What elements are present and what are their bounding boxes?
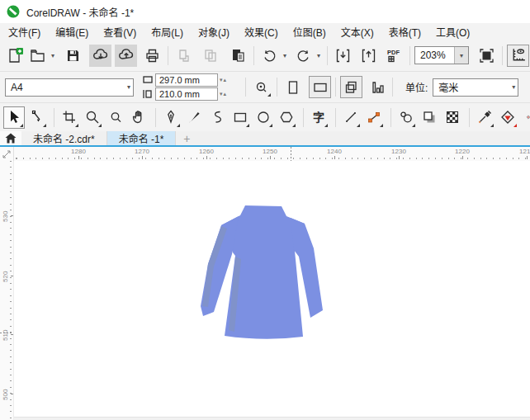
menu-object[interactable]: 对象(J) [198,25,230,39]
cloud-download-button[interactable] [89,45,111,67]
rectangle-tool[interactable] [230,106,251,129]
all-pages-button[interactable] [366,76,388,98]
publish-pdf-button[interactable]: PDF [383,45,405,67]
units-combo[interactable]: 毫米 ▾ [433,78,518,97]
shape-tool[interactable] [26,106,48,129]
text-tool[interactable]: 字 [308,106,329,129]
page-width-field[interactable]: 297.0 mm [155,73,218,87]
scale-settings-button[interactable] [250,76,272,98]
artistic-media-tool[interactable] [183,106,205,129]
pattern-transparency-tool[interactable] [442,106,463,129]
page-height-spinner[interactable]: ▾▴ [220,91,233,97]
page-height-field[interactable]: 210.0 mm [155,87,218,101]
page-size-preset-combo[interactable]: A4 ▾ [5,78,134,97]
ruler-origin-button[interactable] [0,147,14,161]
toolbar-separator [253,46,254,65]
open-button[interactable] [26,45,49,67]
home-icon [5,133,17,144]
toolbar-separator [327,46,328,65]
landscape-button[interactable] [309,76,331,98]
pen-tool[interactable] [160,106,182,129]
v-ruler-label: 520 [0,266,11,287]
property-bar: A4 ▾ 297.0 mm ▾▴ 210.0 mm ▾▴ [0,72,530,103]
horizontal-ruler[interactable]: 1280 1270 1260 1250 1240 1230 1220 1210 [14,147,530,161]
toolbox: 字 [0,103,530,131]
connector-tool[interactable] [363,106,385,129]
units-label: 单位: [405,80,428,94]
page-size-preset-value[interactable]: A4 [6,79,125,96]
menu-bitmaps[interactable]: 位图(B) [293,25,326,39]
menu-edit[interactable]: 编辑(E) [55,25,88,39]
import-button[interactable] [332,45,354,67]
new-document-button[interactable] [4,45,26,67]
b-spline-tool[interactable] [206,106,228,129]
crop-tool[interactable] [59,106,80,129]
horizontal-scrollbar[interactable] [14,417,530,420]
h-ruler-label: 1210 [516,148,530,155]
new-tab-button[interactable]: + [176,131,197,145]
export-button[interactable] [357,45,380,67]
show-rulers-toggle[interactable] [507,45,529,67]
eyedropper-tool[interactable] [474,106,495,129]
h-ruler-label: 1230 [388,148,409,155]
redo-button[interactable] [292,45,315,67]
menu-view[interactable]: 查看(V) [103,25,136,39]
current-page-button[interactable] [340,76,362,98]
undo-button[interactable] [258,45,281,67]
page-dimensions-block: 297.0 mm ▾▴ 210.0 mm ▾▴ [142,73,233,101]
zoom-level-combo[interactable]: 203% ▾ [414,46,469,64]
toolbox-separator [303,108,304,127]
menu-tools[interactable]: 工具(O) [436,25,470,39]
cut-button [173,45,195,67]
drawing-canvas[interactable] [14,161,530,420]
undo-dropdown-caret[interactable]: ▾ [281,52,289,59]
menu-bar: 文件(F) 编辑(E) 查看(V) 布局(L) 对象(J) 效果(C) 位图(B… [0,23,530,40]
menu-text[interactable]: 文本(X) [341,25,374,39]
menu-file[interactable]: 文件(F) [8,25,40,39]
pick-tool[interactable] [3,106,25,129]
toolbar-separator [245,78,246,97]
polygon-tool[interactable] [276,106,297,129]
open-dropdown-caret[interactable]: ▾ [49,52,57,59]
drop-shadow-tool[interactable] [419,106,440,129]
menu-table[interactable]: 表格(T) [389,25,421,39]
units-value[interactable]: 毫米 [433,79,509,96]
units-caret[interactable]: ▾ [509,83,518,91]
blend-tool[interactable] [395,106,417,129]
line-tool[interactable] [340,106,362,129]
v-ruler-label: 530 [0,205,11,227]
cloud-upload-button[interactable] [115,45,137,67]
vertical-ruler[interactable]: 530 520 510 500 [0,161,14,420]
zoom-secondary-tool[interactable] [105,106,126,129]
h-ruler-label: 1260 [196,148,217,155]
ellipse-tool[interactable] [253,106,274,129]
document-tab-bar: 未命名 -2.cdr* 未命名 -1* + [0,131,530,147]
coreldraw-logo-icon [7,5,20,18]
interactive-fill-tool[interactable] [497,106,518,129]
h-ruler-label: 1280 [68,148,89,155]
text-tool-glyph: 字 [313,111,324,123]
welcome-home-button[interactable] [0,131,21,145]
zoom-tool[interactable] [82,106,103,129]
ruler-cursor-position-marker [291,147,291,161]
menu-layout[interactable]: 布局(L) [151,25,183,39]
document-tab-2-active[interactable]: 未命名 -1* [107,131,177,145]
zoom-level-value[interactable]: 203% [415,47,454,64]
portrait-button[interactable] [282,76,304,98]
print-button[interactable] [141,45,163,67]
paste-button[interactable] [227,45,249,67]
toolbar-separator [168,46,168,65]
save-button[interactable] [62,45,84,67]
preset-caret[interactable]: ▾ [125,83,133,91]
zoom-level-caret[interactable]: ▾ [454,47,468,64]
document-tab-1[interactable]: 未命名 -2.cdr* [21,131,107,145]
pan-tool[interactable] [128,106,149,129]
page-width-spinner[interactable]: ▾▴ [220,77,233,83]
full-screen-preview-button[interactable] [476,45,498,67]
toolbar-separator [502,46,503,65]
redo-dropdown-caret[interactable]: ▾ [315,52,323,59]
toolbox-separator [54,108,54,127]
coat-drawing[interactable] [14,161,530,420]
menu-effects[interactable]: 效果(C) [244,25,278,39]
fill-flyout-tool[interactable] [520,106,530,129]
